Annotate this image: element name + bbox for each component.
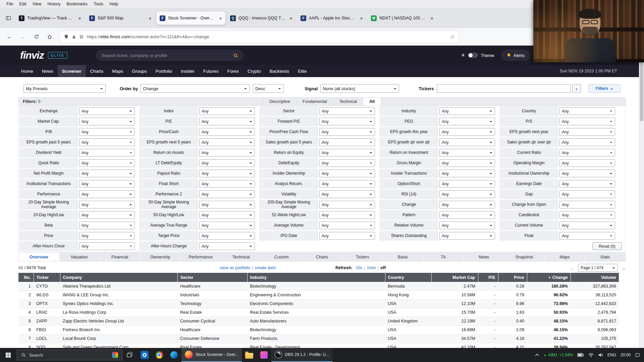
view-tab[interactable]: News: [464, 253, 504, 261]
alerts-button[interactable]: Alerts: [501, 50, 530, 61]
order-direction-select[interactable]: Desc: [253, 84, 284, 93]
column-header[interactable]: ▼Change: [527, 273, 571, 282]
filter-select[interactable]: Any: [319, 211, 375, 219]
nav-link[interactable]: News: [38, 65, 58, 77]
hidden-icons-chevron[interactable]: [535, 354, 539, 356]
reload-button[interactable]: [31, 32, 42, 42]
filter-select[interactable]: Any: [319, 222, 375, 229]
ticker-link[interactable]: LRHC: [34, 308, 60, 317]
filter-category-tab[interactable]: Descriptive: [263, 98, 296, 106]
tickers-input[interactable]: [437, 84, 571, 93]
filter-select[interactable]: Any: [559, 159, 615, 167]
view-tab[interactable]: Tickers: [342, 253, 383, 261]
clock[interactable]: 20:00: [621, 353, 631, 357]
browser-tab[interactable]: F S&P 500 Map ×: [86, 11, 155, 25]
filter-select[interactable]: Any: [439, 201, 495, 208]
table-row[interactable]: 5 ZAPP Zapp Electric Vehicles Group Ltd …: [18, 317, 619, 325]
column-header[interactable]: ▼Sector: [177, 273, 247, 282]
filters-toggle-button[interactable]: Filters ▲: [588, 84, 621, 93]
refresh-1min-link[interactable]: 1min: [367, 265, 376, 270]
search-icon[interactable]: [233, 53, 238, 58]
filter-select[interactable]: Any: [439, 107, 495, 115]
browser-tab[interactable]: F AAPL - Apple Inc Stock Pric... ×: [297, 11, 366, 25]
filter-select[interactable]: Any: [199, 128, 255, 136]
column-header[interactable]: ▼Country: [385, 273, 431, 282]
filter-select[interactable]: Any: [559, 149, 615, 157]
filter-select[interactable]: Any: [439, 232, 495, 240]
filter-select[interactable]: Any: [319, 180, 375, 188]
file-explorer-icon[interactable]: [242, 348, 257, 362]
nav-link[interactable]: Backtests: [265, 65, 294, 77]
filter-select[interactable]: Any: [319, 159, 375, 167]
nav-link[interactable]: Charts: [86, 65, 108, 77]
table-row[interactable]: 3 OPTX Syntec Optics Holdings Inc. Techn…: [18, 299, 619, 308]
filter-select[interactable]: Any: [319, 149, 375, 157]
ticker-link[interactable]: LOCL: [34, 334, 60, 343]
outlook-icon[interactable]: [137, 348, 152, 362]
ticker-link[interactable]: CYTO: [34, 282, 60, 291]
nav-link[interactable]: Maps: [108, 65, 127, 77]
table-row[interactable]: 1 CYTO Altamira Therapeutics Ltd Healthc…: [18, 282, 619, 291]
filter-category-tab[interactable]: All: [363, 98, 381, 106]
edge-icon[interactable]: [167, 348, 181, 362]
table-row[interactable]: 7 LOCL Local Bounti Corp Consumer Defens…: [18, 334, 619, 343]
filter-select[interactable]: Any: [319, 107, 375, 115]
tickers-go-button[interactable]: ›: [572, 84, 581, 93]
forward-button[interactable]: →: [17, 32, 28, 42]
refresh-off-link[interactable]: off: [380, 265, 386, 270]
filter-select[interactable]: Any: [199, 180, 255, 188]
tab-close-icon[interactable]: ×: [360, 16, 363, 21]
column-header[interactable]: ▼Market Cap: [431, 273, 478, 282]
filter-select[interactable]: Any: [559, 190, 615, 198]
column-header[interactable]: ▼P/E: [478, 273, 498, 282]
filter-select[interactable]: Any: [79, 180, 135, 188]
filter-select[interactable]: Any: [559, 107, 615, 115]
filter-select[interactable]: Any: [79, 242, 135, 250]
start-button[interactable]: [0, 348, 16, 362]
column-header[interactable]: ▼Ticker: [34, 273, 60, 282]
nav-link[interactable]: Groups: [127, 65, 151, 77]
filter-select[interactable]: Any: [439, 118, 495, 125]
volume-icon[interactable]: [598, 353, 603, 357]
filter-select[interactable]: Any: [199, 170, 255, 177]
ticker-link[interactable]: WLGS: [34, 291, 60, 299]
nav-link[interactable]: Home: [17, 65, 38, 77]
view-tab[interactable]: Stats: [585, 253, 625, 261]
filter-select[interactable]: Any: [439, 128, 495, 136]
table-row[interactable]: 8 SGD Safe and Green Development Corp Re…: [18, 343, 619, 348]
filter-select[interactable]: Any: [559, 138, 615, 146]
filter-select[interactable]: Any: [559, 170, 615, 177]
address-bar[interactable]: https://elite.finviz.com/screener.ashx?v…: [60, 31, 459, 43]
filter-select[interactable]: Any: [79, 138, 135, 146]
filter-select[interactable]: Any: [439, 190, 495, 198]
permissions-icon[interactable]: [79, 35, 84, 39]
menu-item[interactable]: History: [45, 1, 64, 7]
filter-select[interactable]: Any: [559, 118, 615, 125]
menu-item[interactable]: Help: [106, 1, 121, 7]
filter-select[interactable]: Any: [199, 201, 255, 208]
menu-item[interactable]: Edit: [16, 1, 30, 7]
column-header[interactable]: ▼No.: [18, 273, 34, 282]
table-row[interactable]: 2 WLGS WANG & LEE Group Inc. Industrials…: [18, 291, 619, 299]
table-row[interactable]: 6 FBIO Fortress Biotech Inc Healthcare B…: [18, 325, 619, 334]
filter-category-tab[interactable]: Technical: [333, 98, 363, 106]
filter-select[interactable]: Any: [79, 211, 135, 219]
filter-select[interactable]: Any: [439, 170, 495, 177]
filter-select[interactable]: Any: [559, 201, 615, 208]
view-tab[interactable]: TA: [423, 253, 464, 261]
filter-select[interactable]: Any: [559, 211, 615, 219]
column-header[interactable]: ▼Company: [60, 273, 177, 282]
site-search-input[interactable]: [101, 53, 233, 58]
lock-icon[interactable]: [72, 35, 76, 39]
filter-select[interactable]: Any: [79, 149, 135, 157]
filter-select[interactable]: Any: [199, 107, 255, 115]
next-page-arrow[interactable]: →: [621, 265, 626, 271]
nav-link[interactable]: Screener: [58, 65, 86, 77]
column-header[interactable]: ▼Price: [498, 273, 527, 282]
filter-select[interactable]: Any: [79, 159, 135, 167]
notification-center-icon[interactable]: [635, 353, 640, 358]
chrome-icon[interactable]: [152, 348, 167, 362]
save-portfolio-link[interactable]: save as portfolio: [220, 265, 250, 270]
filter-select[interactable]: Any: [199, 138, 255, 146]
finviz-logo[interactable]: finviz: [20, 50, 44, 61]
